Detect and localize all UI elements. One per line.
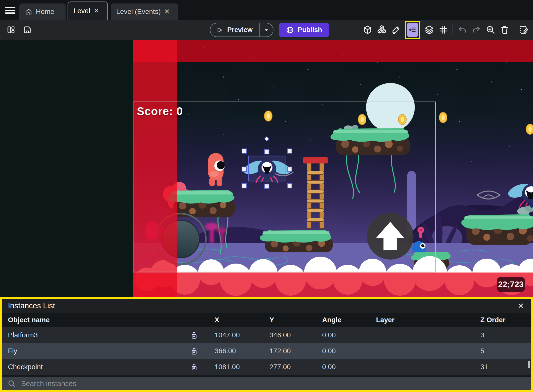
instances-list-panel: Instances List ✕ Object name X Y Angle L…: [0, 297, 533, 392]
editor-toolbar: Preview Publish: [0, 20, 533, 40]
instance-name: Fly: [2, 347, 179, 355]
instance-z: 3: [474, 331, 531, 339]
column-layer: Layer: [370, 316, 474, 324]
trash-icon[interactable]: [500, 25, 510, 35]
column-x: X: [208, 316, 263, 324]
instance-row-platform3[interactable]: Platform31047.00346.000.003: [2, 327, 531, 343]
tab-level-close-icon[interactable]: ✕: [94, 8, 99, 14]
platform-center[interactable]: [260, 230, 333, 252]
toolbar-separator: [453, 24, 453, 36]
instance-angle: 0.00: [316, 363, 370, 371]
app-window: Home Level ✕ Level (Events) ✕: [0, 0, 533, 392]
instance-z: 5: [474, 347, 531, 355]
instance-x: 366.00: [208, 347, 263, 355]
instances-list-icon[interactable]: [407, 23, 418, 37]
preview-button[interactable]: Preview: [210, 23, 273, 37]
instance-x: 1047.00: [208, 331, 263, 339]
tab-level-events[interactable]: Level (Events) ✕: [111, 3, 178, 20]
jump-button[interactable]: [367, 213, 414, 260]
instance-name: Checkpoint: [2, 363, 179, 371]
instance-row-checkpoint[interactable]: Checkpoint1081.00277.000.0031: [2, 359, 531, 375]
instances-cubes-icon[interactable]: [377, 25, 387, 35]
cube-icon[interactable]: [363, 25, 373, 35]
scene-editor-canvas[interactable]: Score: 0 22;723: [0, 40, 533, 297]
moon: [366, 83, 415, 132]
zoom-in-icon[interactable]: [486, 25, 495, 35]
lock-open-icon[interactable]: [179, 363, 208, 371]
scene-render: [0, 40, 533, 297]
tab-bar: Home Level ✕ Level (Events) ✕: [0, 0, 533, 20]
tab-home-label: Home: [36, 8, 54, 16]
play-icon: [216, 27, 223, 33]
cursor-coordinates-badge: 22;723: [497, 277, 525, 292]
grid-icon[interactable]: [438, 25, 448, 35]
bounds-overlay-left: [133, 40, 177, 297]
instances-list-title: Instances List: [8, 301, 55, 310]
scrollbar[interactable]: [528, 361, 530, 368]
instances-list-titlebar: Instances List ✕: [2, 299, 531, 313]
search-bar: [2, 377, 531, 390]
panel-layout-icon[interactable]: [6, 25, 16, 35]
search-icon: [8, 380, 16, 388]
bounds-overlay-top: [133, 40, 533, 62]
search-input[interactable]: [21, 380, 525, 388]
tab-level-events-label: Level (Events): [116, 8, 161, 16]
column-angle: Angle: [316, 316, 370, 324]
chevron-down-icon: [264, 27, 269, 33]
tab-level-events-close-icon[interactable]: ✕: [164, 8, 170, 15]
toolbar-separator: [514, 24, 514, 36]
instance-angle: 0.00: [316, 347, 370, 355]
undo-icon[interactable]: [457, 25, 467, 35]
close-icon[interactable]: ✕: [516, 301, 525, 310]
redo-icon[interactable]: [471, 25, 481, 35]
instance-y: 277.00: [263, 363, 316, 371]
instance-y: 172.00: [263, 347, 316, 355]
publish-button-label: Publish: [298, 26, 322, 34]
instance-x: 1081.00: [208, 363, 263, 371]
home-icon: [25, 8, 32, 15]
instances-table-body: Platform31047.00346.000.003Fly366.00172.…: [2, 327, 531, 375]
scene-edit-icon[interactable]: [519, 25, 529, 35]
publish-button[interactable]: Publish: [279, 23, 329, 37]
column-y: Y: [263, 316, 316, 324]
instance-z: 31: [474, 363, 531, 371]
save-icon[interactable]: [22, 25, 32, 35]
column-z-order: Z Order: [474, 316, 531, 324]
tab-home[interactable]: Home: [19, 3, 66, 20]
pencil-icon[interactable]: [391, 25, 401, 35]
globe-icon: [286, 26, 294, 34]
instance-angle: 0.00: [316, 331, 370, 339]
instance-row-fly[interactable]: Fly366.00172.000.005: [2, 343, 531, 359]
menu-icon[interactable]: [5, 5, 16, 15]
fly-enemy-selected[interactable]: [242, 156, 292, 183]
tab-level[interactable]: Level ✕: [68, 1, 108, 20]
lock-open-icon[interactable]: [179, 347, 208, 355]
instances-list-highlight: [405, 21, 420, 39]
lock-open-icon[interactable]: [179, 331, 208, 339]
bounds-overlay-bottom: [133, 273, 533, 297]
instance-name: Platform3: [2, 331, 179, 339]
score-text: Score: 0: [137, 105, 183, 118]
tab-level-label: Level: [74, 7, 90, 15]
layers-icon[interactable]: [424, 25, 434, 35]
instances-table-header: Object name X Y Angle Layer Z Order: [2, 313, 531, 327]
preview-dropdown-button[interactable]: [259, 23, 273, 37]
preview-button-label: Preview: [227, 26, 253, 34]
column-object-name: Object name: [2, 316, 179, 324]
instance-y: 346.00: [263, 331, 316, 339]
